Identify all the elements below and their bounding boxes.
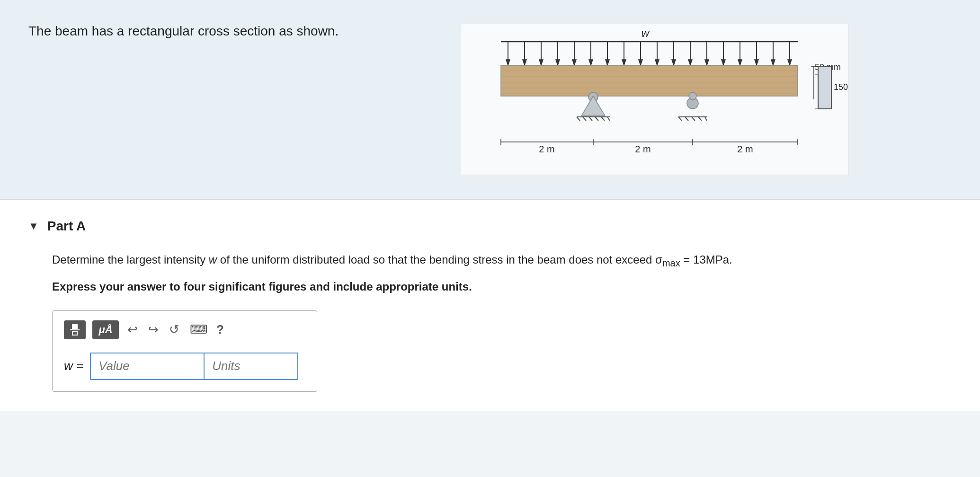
svg-rect-0: [461, 24, 849, 175]
units-input[interactable]: [204, 353, 298, 380]
part-title: Part A: [47, 219, 86, 234]
answer-toolbar: μÅ ↩ ↪ ↺ ⌨ ?: [64, 320, 305, 344]
svg-point-55: [689, 92, 696, 100]
svg-text:w: w: [641, 27, 650, 39]
problem-statement: Determine the largest intensity w of the…: [52, 251, 952, 271]
part-body: Determine the largest intensity w of the…: [28, 251, 952, 392]
fraction-button[interactable]: [64, 320, 86, 339]
mu-button[interactable]: μÅ: [92, 320, 119, 339]
svg-text:2 m: 2 m: [635, 144, 650, 154]
part-section: ▼ Part A Determine the largest intensity…: [0, 200, 980, 411]
answer-box: μÅ ↩ ↪ ↺ ⌨ ? w =: [52, 310, 317, 392]
redo-button[interactable]: ↪: [146, 320, 160, 339]
help-button[interactable]: ?: [216, 322, 224, 337]
problem-section: The beam has a rectangular cross section…: [0, 0, 980, 200]
part-header: ▼ Part A: [28, 219, 952, 234]
input-row: w =: [64, 353, 305, 380]
part-toggle[interactable]: ▼: [28, 220, 39, 232]
svg-rect-75: [818, 66, 831, 109]
svg-text:2 m: 2 m: [539, 144, 554, 154]
svg-text:2 m: 2 m: [737, 144, 753, 154]
w-equals-label: w =: [64, 359, 83, 373]
fraction-icon: [70, 324, 80, 336]
undo-button[interactable]: ↩: [125, 320, 140, 339]
diagram-area: w: [357, 19, 952, 175]
reset-button[interactable]: ↺: [167, 320, 181, 339]
problem-instruction: Express your answer to four significant …: [52, 280, 952, 293]
svg-rect-39: [501, 65, 798, 96]
keyboard-button[interactable]: ⌨: [188, 320, 210, 339]
value-input[interactable]: [90, 353, 204, 380]
beam-diagram: w: [461, 24, 849, 175]
svg-text:150 mm: 150 mm: [834, 82, 849, 92]
problem-description: The beam has a rectangular cross section…: [28, 19, 339, 39]
page-wrapper: The beam has a rectangular cross section…: [0, 0, 980, 411]
